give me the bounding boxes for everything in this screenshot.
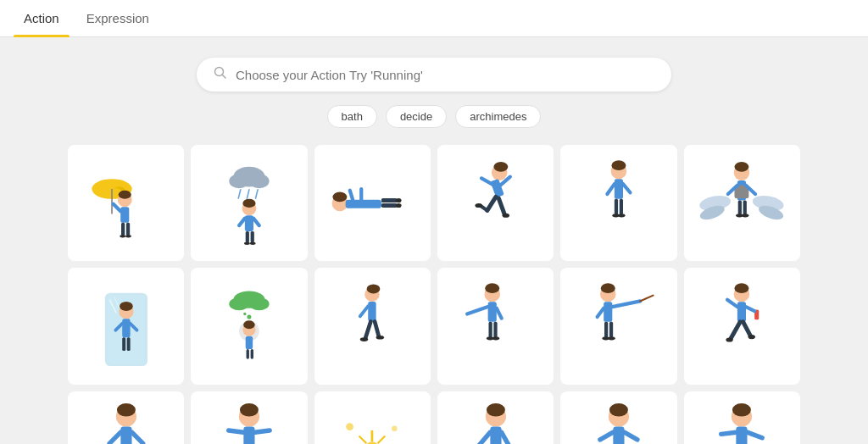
svg-line-96 [375, 322, 379, 336]
svg-line-41 [487, 197, 496, 210]
svg-point-82 [249, 297, 270, 310]
svg-point-100 [485, 283, 499, 293]
grid-item-wings[interactable] [684, 145, 800, 261]
svg-point-11 [125, 235, 131, 237]
svg-line-112 [640, 296, 653, 302]
svg-line-151 [359, 436, 367, 444]
svg-rect-48 [615, 179, 623, 199]
svg-point-107 [492, 336, 498, 340]
svg-line-102 [467, 307, 488, 314]
svg-point-127 [748, 335, 755, 339]
svg-rect-29 [346, 199, 381, 208]
svg-line-17 [256, 190, 259, 198]
grid-item-bottom6[interactable] [684, 391, 800, 444]
svg-point-97 [360, 337, 368, 341]
svg-rect-178 [737, 427, 748, 444]
grid-item-pointer[interactable] [560, 268, 676, 384]
svg-rect-89 [247, 349, 249, 359]
svg-line-153 [378, 436, 386, 444]
grid-item-presenting[interactable] [437, 268, 554, 384]
svg-point-159 [487, 404, 505, 417]
svg-point-155 [347, 424, 354, 431]
svg-point-47 [612, 160, 626, 170]
tab-bar: Action Expression [0, 0, 868, 37]
grid-item-standing[interactable] [560, 145, 676, 261]
search-icon [214, 66, 227, 83]
svg-point-138 [240, 404, 259, 417]
tag-bath[interactable]: bath [327, 105, 377, 128]
grid-item-running[interactable] [684, 268, 800, 384]
grid-item-bottom4[interactable] [437, 391, 554, 444]
svg-line-161 [479, 433, 490, 444]
tab-action[interactable]: Action [14, 0, 70, 37]
svg-point-13 [229, 174, 249, 188]
svg-rect-169 [613, 427, 624, 444]
svg-point-81 [229, 297, 249, 310]
svg-line-43 [498, 198, 504, 214]
svg-rect-8 [121, 222, 125, 235]
svg-point-126 [726, 338, 733, 342]
grid-item-sparkle[interactable] [314, 391, 431, 444]
svg-line-125 [743, 322, 750, 336]
svg-rect-9 [126, 222, 130, 235]
grid-item-bottom5[interactable] [560, 391, 676, 444]
svg-line-22 [253, 218, 259, 225]
grid-item-bottom1[interactable] [68, 391, 184, 444]
svg-rect-31 [381, 203, 398, 208]
search-container [68, 58, 800, 92]
svg-point-92 [367, 285, 381, 294]
tab-expression[interactable]: Expression [76, 0, 159, 37]
svg-rect-23 [246, 231, 249, 243]
svg-rect-90 [251, 349, 253, 359]
grid-item-bottom2[interactable] [191, 391, 307, 444]
svg-line-94 [360, 306, 368, 316]
svg-line-16 [247, 190, 249, 198]
svg-rect-121 [737, 302, 746, 322]
action-grid [68, 145, 800, 444]
svg-line-113 [598, 308, 604, 317]
svg-point-98 [376, 336, 384, 340]
svg-point-26 [250, 241, 256, 244]
search-bar [197, 58, 671, 92]
svg-rect-51 [615, 199, 618, 215]
svg-point-37 [493, 162, 508, 172]
svg-line-180 [748, 433, 763, 439]
svg-point-54 [618, 214, 625, 217]
svg-rect-160 [490, 427, 501, 444]
svg-line-7 [113, 204, 120, 211]
grid-item-side-walk[interactable] [314, 268, 431, 384]
search-input[interactable] [236, 68, 654, 82]
svg-line-132 [131, 433, 142, 444]
svg-point-129 [117, 404, 136, 417]
svg-line-1 [223, 75, 226, 79]
svg-line-141 [255, 430, 270, 432]
grid-item-lying[interactable] [314, 145, 431, 261]
tag-decide[interactable]: decide [386, 105, 447, 128]
svg-point-19 [242, 199, 255, 208]
grid-item-cloud-green[interactable] [191, 268, 307, 384]
svg-rect-6 [120, 207, 129, 223]
svg-point-84 [247, 314, 251, 319]
svg-rect-139 [243, 427, 254, 444]
svg-line-34 [350, 190, 353, 199]
svg-rect-30 [381, 198, 398, 203]
svg-point-120 [735, 283, 749, 293]
svg-line-95 [365, 322, 370, 339]
svg-line-171 [625, 433, 637, 441]
svg-rect-114 [604, 322, 608, 338]
svg-point-60 [735, 162, 749, 172]
svg-rect-77 [126, 337, 130, 351]
grid-item-rain[interactable] [191, 145, 307, 261]
grid-item-frozen[interactable] [68, 268, 184, 384]
tag-archimedes[interactable]: archimedes [455, 105, 541, 128]
svg-rect-130 [120, 427, 131, 444]
svg-rect-88 [246, 336, 253, 349]
grid-item-jumping[interactable] [437, 145, 554, 261]
svg-point-14 [249, 174, 270, 188]
svg-point-5 [118, 190, 131, 198]
svg-point-32 [396, 198, 402, 203]
svg-point-72 [120, 302, 133, 311]
svg-point-177 [732, 404, 751, 417]
grid-item-umbrella[interactable] [68, 145, 184, 261]
svg-rect-105 [493, 322, 497, 338]
